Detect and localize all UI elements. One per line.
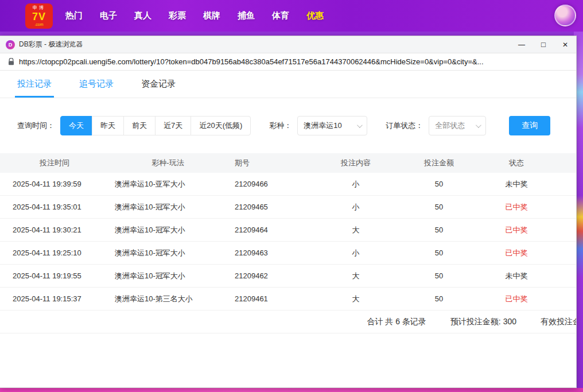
cell-issue-no: 21209462 bbox=[227, 271, 313, 280]
cell-bet-time: 2025-04-11 19:35:01 bbox=[0, 203, 109, 211]
summary-total: 合计 共 6 条记录 bbox=[367, 317, 426, 327]
logo-text-top: 申博 bbox=[33, 6, 45, 10]
minimize-button[interactable]: — bbox=[511, 36, 533, 53]
time-filter-yesterday[interactable]: 昨天 bbox=[92, 116, 124, 135]
nav-items: 热门电子真人彩票棋牌捕鱼体育优惠 bbox=[65, 10, 324, 21]
table-row: 2025-04-11 19:35:01 澳洲幸运10-冠军大小 21209465… bbox=[0, 196, 576, 219]
cell-game-play: 澳洲幸运10-第三名大小 bbox=[109, 294, 227, 304]
cell-bet-amount: 50 bbox=[399, 226, 479, 234]
nav-item-board-games[interactable]: 棋牌 bbox=[203, 10, 220, 21]
cell-issue-no: 21209463 bbox=[227, 249, 313, 257]
cell-status: 已中奖 bbox=[479, 294, 554, 304]
cell-status: 未中奖 bbox=[479, 179, 554, 189]
summary-expected: 预计投注金额: 300 bbox=[450, 317, 516, 327]
column-header-game: 彩种-玩法 bbox=[109, 158, 227, 168]
nav-item-live[interactable]: 真人 bbox=[134, 10, 151, 21]
chevron-down-icon bbox=[357, 122, 363, 128]
cell-bet-time: 2025-04-11 19:15:37 bbox=[0, 294, 109, 303]
nav-item-promotions[interactable]: 优惠 bbox=[306, 10, 324, 21]
window-controls: — □ ✕ bbox=[511, 36, 576, 53]
cell-bet-content: 小 bbox=[313, 179, 399, 189]
cell-status: 未中奖 bbox=[479, 271, 554, 281]
close-button[interactable]: ✕ bbox=[554, 36, 576, 53]
browser-app-icon: D bbox=[6, 40, 15, 49]
lottery-label: 彩种： bbox=[269, 121, 292, 131]
order-status-select[interactable]: 全部状态 bbox=[429, 116, 486, 135]
time-filter-group: 今天昨天前天近7天近20天(低频) bbox=[60, 116, 251, 135]
cell-issue-no: 21209466 bbox=[227, 180, 313, 188]
lottery-select[interactable]: 澳洲幸运10 bbox=[297, 116, 367, 135]
cell-bet-time: 2025-04-11 19:25:10 bbox=[0, 249, 109, 257]
tab-bet-records[interactable]: 投注记录 bbox=[17, 71, 52, 98]
cell-bet-amount: 50 bbox=[399, 294, 479, 303]
table-row: 2025-04-11 19:25:10 澳洲幸运10-冠军大小 21209463… bbox=[0, 242, 576, 265]
cell-status: 已中奖 bbox=[479, 248, 554, 258]
cell-game-play: 澳洲幸运10-冠军大小 bbox=[109, 225, 227, 235]
cell-bet-content: 大 bbox=[313, 294, 399, 304]
cell-bet-content: 小 bbox=[313, 248, 399, 258]
cell-game-play: 澳洲幸运10-冠军大小 bbox=[109, 271, 227, 281]
table-row: 2025-04-11 19:19:55 澳洲幸运10-冠军大小 21209462… bbox=[0, 265, 576, 288]
cell-bet-content: 大 bbox=[313, 225, 399, 235]
cell-bet-amount: 50 bbox=[399, 271, 479, 280]
column-header-amount: 投注金额 bbox=[399, 158, 479, 168]
cell-bet-time: 2025-04-11 19:19:55 bbox=[0, 271, 109, 280]
nav-item-sports[interactable]: 体育 bbox=[272, 10, 289, 21]
logo-text-sub: .com bbox=[34, 22, 43, 26]
lottery-select-value: 澳洲幸运10 bbox=[304, 121, 341, 131]
nav-item-lottery[interactable]: 彩票 bbox=[169, 10, 186, 21]
summary-valid: 有效投注金 bbox=[541, 317, 577, 327]
user-avatar[interactable] bbox=[554, 5, 576, 26]
filter-bar: 查询时间： 今天昨天前天近7天近20天(低频) 彩种： 澳洲幸运10 订单状态：… bbox=[17, 116, 576, 135]
tab-fund-records[interactable]: 资金记录 bbox=[141, 71, 176, 98]
column-header-status: 状态 bbox=[479, 158, 554, 168]
time-filter-last-20-days[interactable]: 近20天(低频) bbox=[191, 116, 251, 135]
column-header-issue: 期号 bbox=[227, 158, 313, 168]
column-header-content: 投注内容 bbox=[313, 158, 399, 168]
time-filter-label: 查询时间： bbox=[17, 121, 55, 131]
table-header: 投注时间彩种-玩法期号投注内容投注金额状态 bbox=[0, 153, 576, 173]
cell-status: 已中奖 bbox=[479, 202, 554, 212]
cell-bet-time: 2025-04-11 19:39:59 bbox=[0, 180, 109, 188]
tab-chase-records[interactable]: 追号记录 bbox=[79, 71, 114, 98]
search-button[interactable]: 查询 bbox=[509, 116, 550, 135]
column-header-time: 投注时间 bbox=[0, 158, 109, 168]
chevron-down-icon bbox=[476, 122, 481, 128]
lock-icon bbox=[8, 58, 14, 65]
top-nav: 申博 7V .com 热门电子真人彩票棋牌捕鱼体育优惠 bbox=[0, 0, 583, 32]
cell-issue-no: 21209461 bbox=[227, 294, 313, 303]
cell-bet-amount: 50 bbox=[399, 249, 479, 257]
table-row: 2025-04-11 19:30:21 澳洲幸运10-冠军大小 21209464… bbox=[0, 219, 576, 242]
logo-text-main: 7V bbox=[32, 11, 46, 22]
cell-issue-no: 21209464 bbox=[227, 226, 313, 234]
cell-bet-content: 小 bbox=[313, 202, 399, 212]
window-titlebar: D DB彩票 - 极速浏览器 — □ ✕ bbox=[0, 36, 576, 53]
time-filter-day-before[interactable]: 前天 bbox=[123, 116, 156, 135]
tabs: 投注记录追号记录资金记录 bbox=[0, 71, 576, 98]
cell-bet-content: 大 bbox=[313, 271, 399, 281]
cell-game-play: 澳洲幸运10-冠军大小 bbox=[109, 248, 227, 258]
cell-game-play: 澳洲幸运10-冠军大小 bbox=[109, 202, 227, 212]
table-row: 2025-04-11 19:39:59 澳洲幸运10-亚军大小 21209466… bbox=[0, 173, 576, 196]
cell-bet-time: 2025-04-11 19:30:21 bbox=[0, 226, 109, 234]
cell-game-play: 澳洲幸运10-亚军大小 bbox=[109, 179, 227, 189]
summary-row: 合计 共 6 条记录 预计投注金额: 300 有效投注金 bbox=[0, 311, 577, 333]
nav-item-hot[interactable]: 热门 bbox=[65, 10, 83, 21]
order-status-value: 全部状态 bbox=[435, 121, 465, 131]
maximize-button[interactable]: □ bbox=[533, 36, 554, 53]
url-text[interactable]: https://ctopcp02pcali.uengi5e.com/lotter… bbox=[19, 57, 484, 66]
nav-item-fishing[interactable]: 捕鱼 bbox=[238, 10, 255, 21]
nav-item-slots[interactable]: 电子 bbox=[100, 10, 117, 21]
cell-issue-no: 21209465 bbox=[227, 203, 313, 211]
cell-status: 已中奖 bbox=[479, 225, 554, 235]
cell-bet-amount: 50 bbox=[399, 203, 479, 211]
time-filter-last-7-days[interactable]: 近7天 bbox=[155, 116, 191, 135]
site-logo[interactable]: 申博 7V .com bbox=[25, 3, 53, 29]
time-filter-today[interactable]: 今天 bbox=[60, 116, 92, 135]
table-body: 2025-04-11 19:39:59 澳洲幸运10-亚军大小 21209466… bbox=[0, 173, 576, 311]
url-bar[interactable]: https://ctopcp02pcali.uengi5e.com/lotter… bbox=[0, 53, 576, 71]
window-title: DB彩票 - 极速浏览器 bbox=[19, 40, 83, 49]
background-strip bbox=[0, 388, 583, 392]
browser-window: D DB彩票 - 极速浏览器 — □ ✕ https://ctopcp02pca… bbox=[0, 36, 577, 388]
cell-bet-amount: 50 bbox=[399, 180, 479, 188]
